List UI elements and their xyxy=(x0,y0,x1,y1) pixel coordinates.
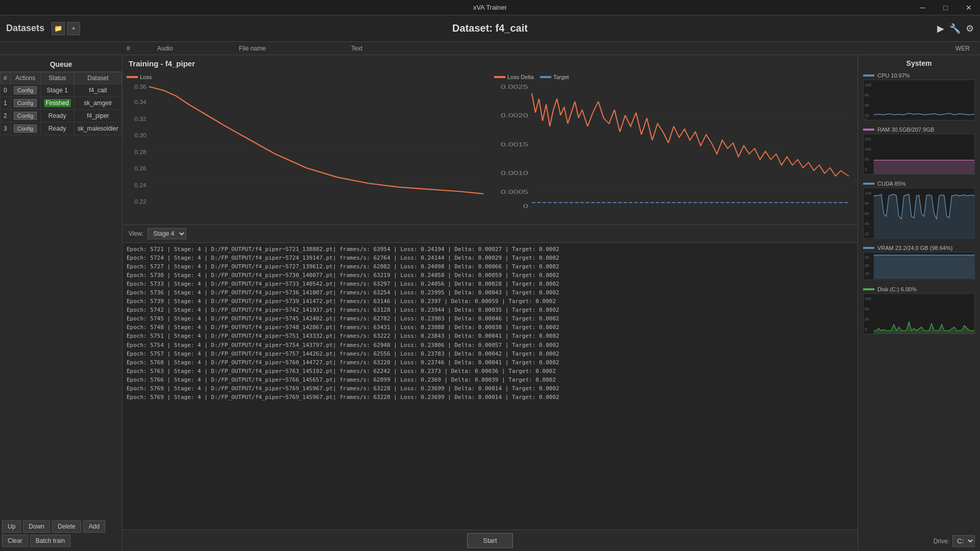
svg-text:100: 100 xyxy=(865,191,872,195)
close-button[interactable]: ✕ xyxy=(957,0,980,15)
cuda-chart-svg: 100 80 60 40 20 xyxy=(864,188,974,239)
log-line: Epoch: 5733 | Stage: 4 | D:/FP_OUTPUT/f4… xyxy=(127,280,853,288)
cuda-chart: 100 80 60 40 20 xyxy=(863,188,975,239)
view-dropdown[interactable]: Stage 1 Stage 2 Stage 3 Stage 4 xyxy=(148,228,186,239)
drive-select[interactable]: C: D: xyxy=(952,535,975,547)
maximize-button[interactable]: □ xyxy=(934,0,957,15)
tools-button[interactable]: 🔧 xyxy=(949,23,961,34)
queue-cell-num: 0 xyxy=(1,84,11,97)
queue-cell-num: 1 xyxy=(1,97,11,110)
svg-text:0: 0 xyxy=(523,203,528,209)
svg-text:0.0020: 0.0020 xyxy=(501,113,528,119)
loss-legend: Loss xyxy=(127,74,486,80)
target-legend-item: Target xyxy=(540,74,569,80)
target-legend-label: Target xyxy=(553,74,569,80)
queue-row[interactable]: 3ConfigReadysk_malesoldier xyxy=(1,122,122,135)
batch-train-button[interactable]: Batch train xyxy=(30,535,70,547)
col-text: Text xyxy=(347,45,449,52)
add-button[interactable]: Add xyxy=(83,520,105,533)
main-area: Queue # Actions Status Dataset 0ConfigSt… xyxy=(0,55,980,551)
queue-row[interactable]: 2ConfigReadyf4_piper xyxy=(1,110,122,122)
loss-delta-chart-container: Loss Delta Target 0.0025 0.0020 0.0015 0… xyxy=(490,72,857,224)
disk-color xyxy=(863,288,874,290)
vram-chart: 25 20 15 xyxy=(863,252,975,280)
folder-button[interactable]: 📁 xyxy=(52,22,65,35)
svg-text:100: 100 xyxy=(865,83,872,87)
queue-col-num: # xyxy=(1,72,11,84)
start-button[interactable]: Start xyxy=(467,533,512,548)
loss-legend-label: Loss xyxy=(140,74,152,80)
log-line: Epoch: 5730 | Stage: 4 | D:/FP_OUTPUT/f4… xyxy=(127,271,853,280)
up-button[interactable]: Up xyxy=(2,520,21,533)
svg-marker-55 xyxy=(874,322,974,334)
ram-chart-svg: 250 100 50 0 xyxy=(864,134,974,174)
svg-text:15: 15 xyxy=(865,271,869,276)
drive-label: Drive: xyxy=(934,538,949,545)
queue-cell-dataset: sk_malesoldier xyxy=(74,122,121,135)
svg-text:40: 40 xyxy=(865,221,869,226)
view-label: View: xyxy=(129,230,143,237)
minimize-button[interactable]: ─ xyxy=(911,0,934,15)
svg-text:100: 100 xyxy=(865,147,872,152)
queue-table: # Actions Status Dataset 0ConfigStage 1f… xyxy=(0,72,122,135)
config-button[interactable]: Config xyxy=(14,86,37,94)
cpu-chart: 100 80 60 20 0 xyxy=(863,80,975,120)
svg-text:0.28: 0.28 xyxy=(134,149,146,155)
svg-text:0.0025: 0.0025 xyxy=(501,84,528,90)
log-line: Epoch: 5748 | Stage: 4 | D:/FP_OUTPUT/f4… xyxy=(127,323,853,332)
svg-text:0.36: 0.36 xyxy=(134,84,146,90)
cpu-label: CPU 10.97% xyxy=(863,72,975,79)
svg-text:60: 60 xyxy=(865,211,869,216)
loss-chart-container: Loss 0.36 0.34 0.32 0.30 0.28 0.26 0.24 … xyxy=(122,72,490,224)
log-line: Epoch: 5721 | Stage: 4 | D:/FP_OUTPUT/f4… xyxy=(127,245,853,254)
config-button[interactable]: Config xyxy=(14,99,37,107)
svg-text:0.0015: 0.0015 xyxy=(501,141,528,147)
down-button[interactable]: Down xyxy=(23,520,50,533)
svg-text:0.26: 0.26 xyxy=(134,166,146,171)
svg-text:50: 50 xyxy=(865,157,869,162)
loss-delta-legend: Loss Delta Target xyxy=(494,74,853,80)
col-wer: WER xyxy=(951,45,974,52)
loss-delta-legend-label: Loss Delta xyxy=(507,74,534,80)
disk-item: Disk (C:) 6.00% 100 80 20 0 xyxy=(863,286,975,334)
config-button[interactable]: Config xyxy=(14,112,37,120)
header: Datasets 📁 + Dataset: f4_cait ▶ 🔧 ⚙ xyxy=(0,15,980,42)
svg-marker-50 xyxy=(874,255,974,279)
svg-text:0.0010: 0.0010 xyxy=(501,170,528,176)
queue-cell-action: Config xyxy=(10,97,40,110)
queue-row[interactable]: 0ConfigStage 1f4_cait xyxy=(1,84,122,97)
queue-title: Queue xyxy=(0,55,122,72)
col-filename: File name xyxy=(235,45,347,52)
center-panel: Training - f4_piper Loss 0.36 0.34 0.32 … xyxy=(122,55,857,551)
training-title: Training - f4_piper xyxy=(122,55,857,72)
delete-button[interactable]: Delete xyxy=(52,520,81,533)
play-button[interactable]: ▶ xyxy=(937,23,944,34)
svg-text:0: 0 xyxy=(865,327,867,332)
settings-button[interactable]: ⚙ xyxy=(966,23,974,34)
log-area[interactable]: Epoch: 5721 | Stage: 4 | D:/FP_OUTPUT/f4… xyxy=(122,243,857,530)
system-panel: System CPU 10.97% 100 80 60 20 0 xyxy=(857,55,980,551)
queue-cell-status: Finished xyxy=(40,97,74,110)
add-dataset-button[interactable]: + xyxy=(67,22,80,35)
svg-text:80: 80 xyxy=(865,307,869,311)
disk-label: Disk (C:) 6.00% xyxy=(863,286,975,292)
log-line: Epoch: 5769 | Stage: 4 | D:/FP_OUTPUT/f4… xyxy=(127,384,853,393)
target-color-indicator xyxy=(540,76,551,78)
log-line: Epoch: 5760 | Stage: 4 | D:/FP_OUTPUT/f4… xyxy=(127,358,853,367)
ram-color xyxy=(863,129,874,131)
cpu-chart-svg: 100 80 60 20 0 xyxy=(864,80,974,120)
drive-row: Drive: C: D: xyxy=(863,535,975,547)
queue-cell-status: Stage 1 xyxy=(40,84,74,97)
queue-panel: Queue # Actions Status Dataset 0ConfigSt… xyxy=(0,55,122,516)
svg-text:20: 20 xyxy=(865,232,869,236)
disk-chart: 100 80 20 0 xyxy=(863,293,975,334)
svg-text:0: 0 xyxy=(865,167,867,172)
log-line: Epoch: 5727 | Stage: 4 | D:/FP_OUTPUT/f4… xyxy=(127,262,853,271)
queue-buttons: Up Down Delete Add Clear Batch train xyxy=(0,516,122,551)
clear-button[interactable]: Clear xyxy=(2,535,28,547)
queue-row[interactable]: 1ConfigFinishedsk_amgeir xyxy=(1,97,122,110)
log-line: Epoch: 5739 | Stage: 4 | D:/FP_OUTPUT/f4… xyxy=(127,297,853,306)
cpu-color xyxy=(863,74,874,77)
system-title: System xyxy=(863,59,975,67)
config-button[interactable]: Config xyxy=(14,124,37,133)
